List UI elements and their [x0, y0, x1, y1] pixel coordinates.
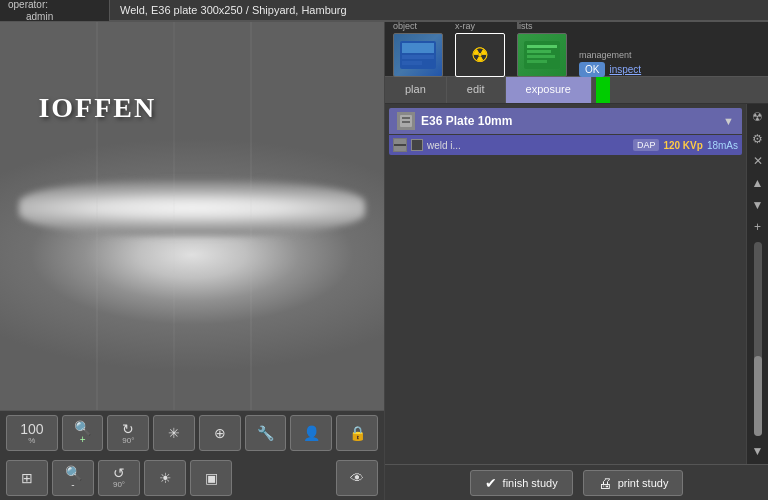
add-sidebar-icon[interactable]: +	[749, 218, 767, 236]
svg-rect-8	[527, 60, 547, 63]
main-layout: IOFFEN 100 % 🔍 + ↻ 90° ✳	[0, 22, 768, 500]
nav-lists-group: lists	[517, 21, 567, 77]
scroll-thumb	[754, 356, 762, 436]
zoom-percent-button[interactable]: 100 %	[6, 415, 58, 451]
weld-kv: 120 KVp	[663, 140, 702, 151]
nav-management-group: management OK inspect	[579, 50, 641, 77]
tab-exposure[interactable]: exposure	[506, 77, 592, 103]
weld-icon	[393, 138, 407, 152]
nav-management-label: management	[579, 50, 632, 60]
svg-rect-11	[402, 121, 410, 123]
lock-button[interactable]: 🔒	[336, 415, 378, 451]
finish-study-button[interactable]: ✔ finish study	[470, 470, 573, 496]
svg-rect-10	[402, 117, 410, 119]
rotate-button[interactable]: ↻ 90°	[107, 415, 149, 451]
ioffe-marker-text: IOFFEN	[38, 92, 156, 124]
rotate-ccw-button[interactable]: ↺ 90°	[98, 460, 140, 496]
bottom-toolbar: 100 % 🔍 + ↻ 90° ✳ ⊕ 🔧	[0, 410, 384, 500]
grid-button[interactable]: ⊞	[6, 460, 48, 496]
plate-header[interactable]: E36 Plate 10mm ▼	[389, 108, 742, 134]
right-panel: object x-ray ☢	[385, 22, 768, 500]
svg-rect-5	[527, 45, 557, 48]
top-navigation: object x-ray ☢	[385, 22, 768, 77]
tools-button[interactable]: 🔧	[245, 415, 287, 451]
radiation-sidebar-icon[interactable]: ☢	[749, 108, 767, 126]
nav-object-group: object	[393, 21, 443, 77]
printer-icon: 🖨	[598, 475, 612, 491]
weld-checkbox[interactable]	[411, 139, 423, 151]
operator-label: operator:	[8, 0, 101, 11]
svg-rect-6	[527, 50, 551, 53]
nav-thumbnails: object x-ray ☢	[393, 21, 641, 77]
streak-2	[173, 22, 175, 410]
left-panel: IOFFEN 100 % 🔍 + ↻ 90° ✳	[0, 22, 385, 500]
weld-name: weld i...	[427, 140, 629, 151]
svg-rect-3	[402, 61, 422, 65]
operator-info: operator: admin	[0, 0, 110, 21]
weld-row[interactable]: weld i... DAP 120 KVp 18mAs	[389, 135, 742, 155]
search-button[interactable]: ⊕	[199, 415, 241, 451]
print-study-button[interactable]: 🖨 print study	[583, 470, 684, 496]
plate-icon	[397, 112, 415, 130]
bottom-actions: ✔ finish study 🖨 print study	[385, 464, 768, 500]
top-bar: operator: admin Weld, E36 plate 300x250 …	[0, 0, 768, 22]
cross-sidebar-icon[interactable]: ✕	[749, 152, 767, 170]
nav-object-label: object	[393, 21, 417, 31]
up-sidebar-icon[interactable]: ▲	[749, 174, 767, 192]
snapshot-button[interactable]: ▣	[190, 460, 232, 496]
contrast-button[interactable]: ☀	[144, 460, 186, 496]
zoom-out-button[interactable]: 🔍 -	[52, 460, 94, 496]
nav-xray-thumbnail[interactable]: ☢	[455, 33, 505, 77]
zoom-in-button[interactable]: 🔍 +	[62, 415, 104, 451]
table-area: E36 Plate 10mm ▼ weld i... DAP 120 KVp	[385, 104, 746, 464]
tab-edit[interactable]: edit	[447, 77, 506, 103]
ok-badge[interactable]: OK	[579, 62, 605, 77]
breadcrumb: Weld, E36 plate 300x250 / Shipyard, Hamb…	[110, 0, 768, 21]
toolbar-row-1: 100 % 🔍 + ↻ 90° ✳ ⊕ 🔧	[0, 411, 384, 456]
nav-object-thumbnail[interactable]	[393, 33, 443, 77]
eye-button[interactable]: 👁	[336, 460, 378, 496]
scroll-track[interactable]	[754, 242, 762, 436]
content-area: E36 Plate 10mm ▼ weld i... DAP 120 KVp	[385, 104, 768, 464]
brightness-button[interactable]: ✳	[153, 415, 195, 451]
exposure-active-indicator	[596, 77, 610, 103]
nav-lists-label: lists	[517, 21, 533, 31]
plate-expand-icon[interactable]: ▼	[723, 115, 734, 127]
bottom-scroll-icon[interactable]: ▼	[749, 442, 767, 460]
plate-title: E36 Plate 10mm	[421, 114, 512, 128]
nav-lists-thumbnail[interactable]	[517, 33, 567, 77]
weld-tag: DAP	[633, 139, 660, 151]
settings-sidebar-icon[interactable]: ⚙	[749, 130, 767, 148]
operator-name: admin	[26, 11, 101, 23]
weld-mas: 18mAs	[707, 140, 738, 151]
nav-xray-label: x-ray	[455, 21, 475, 31]
radiation-icon: ☢	[471, 43, 489, 67]
toolbar-row-2: ⊞ 🔍 - ↺ 90° ☀ ▣ 👁	[0, 456, 384, 501]
svg-rect-2	[402, 55, 434, 59]
inspect-button[interactable]: inspect	[609, 64, 641, 75]
xray-image-area: IOFFEN	[0, 22, 384, 410]
tab-plan[interactable]: plan	[385, 77, 447, 103]
svg-rect-1	[402, 43, 434, 53]
weld-line	[19, 181, 365, 236]
nav-xray-group: x-ray ☢	[455, 21, 505, 77]
streak-1	[96, 22, 98, 410]
svg-rect-7	[527, 55, 555, 58]
checkmark-icon: ✔	[485, 475, 497, 491]
tabs-row: plan edit exposure	[385, 77, 768, 104]
streak-3	[250, 22, 252, 410]
down-sidebar-icon[interactable]: ▼	[749, 196, 767, 214]
right-sidebar: ☢ ⚙ ✕ ▲ ▼ + ▼	[746, 104, 768, 464]
person-button[interactable]: 👤	[290, 415, 332, 451]
